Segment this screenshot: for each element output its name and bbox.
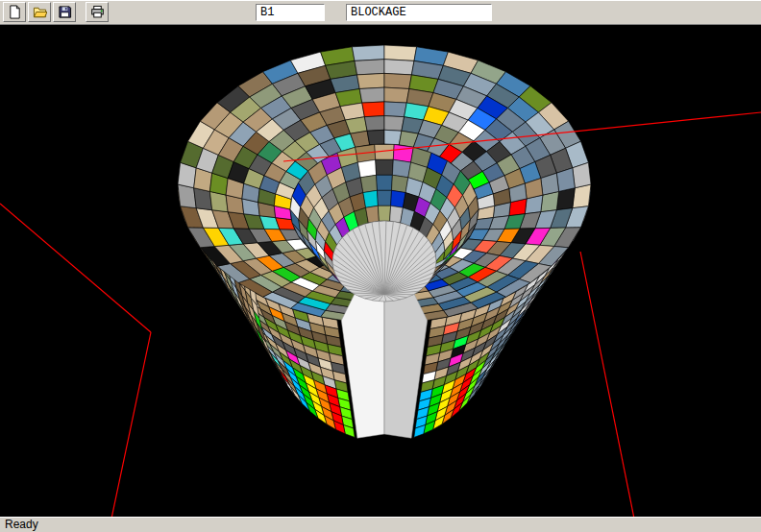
well-fan <box>332 221 436 302</box>
new-file-button[interactable] <box>3 2 26 22</box>
viewport-3d[interactable] <box>0 25 761 517</box>
toolbar: B1 BLOCKAGE <box>0 0 761 25</box>
block-id-value: B1 <box>260 6 274 19</box>
status-bar: Ready <box>0 517 761 532</box>
print-button[interactable] <box>86 2 109 22</box>
block-id-field[interactable]: B1 <box>256 4 325 21</box>
open-folder-icon <box>33 5 47 19</box>
open-file-button[interactable] <box>28 2 51 22</box>
property-name-value: BLOCKAGE <box>351 6 406 19</box>
printer-icon <box>90 5 105 19</box>
new-document-icon <box>8 5 22 19</box>
save-floppy-icon <box>58 5 72 19</box>
scene-canvas[interactable] <box>0 25 761 517</box>
save-file-button[interactable] <box>53 2 76 22</box>
property-name-field[interactable]: BLOCKAGE <box>346 4 492 21</box>
application-window: B1 BLOCKAGE Ready <box>0 0 761 532</box>
status-text: Ready <box>5 518 38 531</box>
